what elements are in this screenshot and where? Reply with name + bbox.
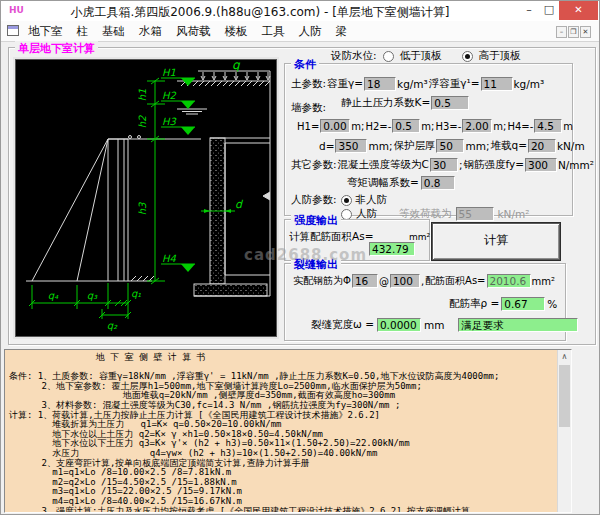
rebar-row: 实配钢筋为Φ 16 @ 100 , 配筋面积As= 2010.6 mm² xyxy=(293,274,555,288)
ratio-label: 配筋率ρ = xyxy=(449,297,499,311)
scrollbar-up-arrow-icon[interactable]: ∧ xyxy=(558,351,571,363)
calculation-report: 地 下 室 侧 壁 计 算 书 条件: 1、土质参数: 容重γ=18kN/mm … xyxy=(4,349,572,513)
h2-label: H2=- xyxy=(365,121,391,132)
moment-field[interactable]: 0.8 xyxy=(421,176,455,190)
minimize-button[interactable]: – xyxy=(521,1,537,20)
menu-item-basement[interactable]: 地下室 xyxy=(21,21,70,39)
strength-groupbox: 强度输出 计算配筋面积As= 432.79 mm² xyxy=(284,219,430,261)
soil-params-label: 土参数: xyxy=(291,77,326,91)
thickness-row: d= 350 mm; 保护层厚 50 mm; 堆载q= 20 kN/m xyxy=(319,139,585,153)
crack-width-field: 0.0000 xyxy=(377,318,421,332)
cover-unit: mm; xyxy=(465,140,489,152)
surcharge-field[interactable]: 20 xyxy=(528,139,556,153)
moment-label: 弯矩调幅系数= xyxy=(347,176,419,190)
radio-civil-defense[interactable] xyxy=(341,209,352,220)
radio-non-civil-defense[interactable] xyxy=(341,195,352,206)
diagram-label-q: q xyxy=(232,59,241,72)
diagram-label-d: d xyxy=(235,198,244,211)
rebar-spacing-field[interactable]: 100 xyxy=(390,274,420,288)
wall-section-diagram: q H1 H2 H3 H4 h1 h2 h3 d q₄ q₃ q₁ q₂ xyxy=(15,59,277,337)
menu-item-beam[interactable]: 梁 xyxy=(329,21,355,39)
waterproof-level-label: 设防水位: xyxy=(331,49,377,63)
ratio-row: 配筋率ρ = 0.67 % xyxy=(449,297,557,311)
close-button[interactable]: ✕ xyxy=(559,1,598,20)
strength-title: 强度输出 xyxy=(291,213,341,228)
h4-unit: m xyxy=(563,121,573,132)
window-title: 小虎工具箱.第四版2006.9.(h88u@163.com) - [单层地下室侧… xyxy=(1,4,519,21)
fy-label: 钢筋强度fy= xyxy=(463,158,524,172)
menu-item-tools[interactable]: 工具 xyxy=(255,21,292,39)
as-value-field: 432.79 xyxy=(369,242,415,256)
area-field: 2010.6 xyxy=(487,274,531,288)
radio-below-top-slab[interactable] xyxy=(383,51,394,62)
menu-item-civil-defense[interactable]: 人防 xyxy=(292,21,329,39)
as-label: 计算配筋面积As= xyxy=(289,230,373,244)
buoyant-unit: kg/m³ xyxy=(514,78,545,90)
d-field[interactable]: 350 xyxy=(335,139,367,153)
cover-label: 保护层厚 xyxy=(393,139,435,153)
radio-non-civil-defense-label[interactable]: 非人防 xyxy=(356,193,388,207)
menu-item-watertank[interactable]: 水箱 xyxy=(132,21,169,39)
radio-above-top-slab[interactable] xyxy=(462,51,473,62)
diagram-label-H3: H3 xyxy=(162,116,177,127)
buoyant-label: 浮容重γ¹= xyxy=(429,77,480,91)
menu-item-slab[interactable]: 楼板 xyxy=(218,21,255,39)
menu-item-foundation[interactable]: 基础 xyxy=(95,21,132,39)
gamma-unit: kg/m³ xyxy=(397,78,428,90)
menu-item-column[interactable]: 柱 xyxy=(70,21,96,39)
menu-item-windload[interactable]: 风荷载 xyxy=(169,21,218,39)
soil-params-row: 土参数: 容重γ= 18 kg/m³ 浮容重γ¹= 11 kg/m³ xyxy=(291,77,544,91)
diagram-label-h1: h1 xyxy=(137,89,148,102)
buoyant-field[interactable]: 11 xyxy=(481,77,513,91)
d-unit: mm; xyxy=(368,140,392,152)
mdi-restore-button[interactable]: ❐ xyxy=(568,26,579,38)
scrollbar-thumb[interactable] xyxy=(559,365,570,427)
radio-below-top-slab-label[interactable]: 低于顶板 xyxy=(400,49,442,63)
diagram-label-h2: h2 xyxy=(137,115,148,128)
h4-field[interactable]: 4.5 xyxy=(534,119,562,133)
h1-label: H1= xyxy=(297,121,319,132)
h4-label: H4=- xyxy=(507,121,533,132)
radio-above-top-slab-label[interactable]: 高于顶板 xyxy=(479,49,521,63)
civil-defense-label: 人防参数: xyxy=(291,193,337,207)
civil-defense-row: 人防参数: 非人防 xyxy=(291,193,387,207)
mdi-close-button[interactable]: ✕ xyxy=(580,26,591,38)
ratio-unit: % xyxy=(547,298,557,310)
h2-unit: m; xyxy=(421,121,434,132)
diagram-label-h3: h3 xyxy=(137,202,148,215)
wall-params-label-row: 墙参数: xyxy=(291,101,326,115)
menu-items: 地下室柱基础水箱风荷载楼板工具人防梁 xyxy=(21,21,354,39)
calculate-button[interactable]: 计算 xyxy=(432,223,560,260)
report-scrollbar[interactable]: ∧ xyxy=(557,350,571,512)
rebar-dia-field[interactable]: 16 xyxy=(352,274,378,288)
concrete-label: 混凝土强度等级为C xyxy=(338,158,429,172)
as-unit: mm² xyxy=(409,232,430,242)
h3-field[interactable]: 2.00 xyxy=(462,119,492,133)
cover-field[interactable]: 50 xyxy=(436,139,464,153)
surcharge-label: 堆载q= xyxy=(490,139,526,153)
gamma-field[interactable]: 18 xyxy=(364,77,396,91)
rebar-sep: , xyxy=(421,276,424,287)
fy-field[interactable]: 300 xyxy=(525,158,557,172)
child-window-icon[interactable] xyxy=(7,25,19,36)
h2-field[interactable]: 0.5 xyxy=(392,119,420,133)
crack-title: 裂缝输出 xyxy=(291,257,341,272)
k-row: 静止土压力系数K= 0.5 xyxy=(341,96,469,110)
area-label: 配筋面积As= xyxy=(425,274,485,288)
maximize-button[interactable]: □ xyxy=(541,1,557,20)
equiv-load-unit: kN/m² xyxy=(498,208,530,220)
mdi-minimize-button[interactable]: – xyxy=(556,26,567,38)
crack-width-row: 裂缝宽度ω = 0.0000 mm 满足要求 xyxy=(311,318,578,332)
crack-groupbox: 裂缝输出 实配钢筋为Φ 16 @ 100 , 配筋面积As= 2010.6 mm… xyxy=(284,263,566,341)
wall-params-label: 墙参数: xyxy=(291,101,326,115)
k-field[interactable]: 0.5 xyxy=(431,96,469,110)
h1-field[interactable]: 0.00 xyxy=(320,119,350,133)
equiv-load-field[interactable]: 55 xyxy=(456,207,494,221)
conditions-groupbox: 条件 土参数: 容重γ= 18 kg/m³ 浮容重γ¹= 11 kg/m³ 墙参… xyxy=(284,63,573,216)
concrete-field[interactable]: 30 xyxy=(430,158,458,172)
diagram-label-q2: q₂ xyxy=(107,320,118,332)
diagram-label-q4: q₄ xyxy=(48,290,59,302)
other-params-row: 其它参数: 混凝土强度等级为C 30 ; 钢筋强度fy= 300 N/mm² xyxy=(291,158,594,172)
as-unit-row: mm² xyxy=(409,232,430,242)
other-params-label: 其它参数: xyxy=(291,158,337,172)
